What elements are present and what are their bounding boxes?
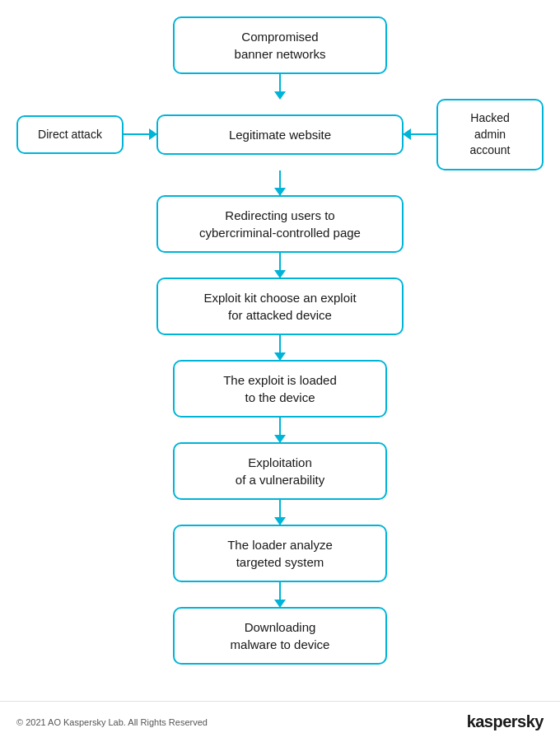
box-direct-attack: Direct attack [16, 115, 124, 155]
arrow-4 [279, 335, 281, 360]
label-exploit-loaded: The exploit is loadedto the device [223, 373, 337, 404]
box-hacked-admin: Hackedadmin account [436, 99, 544, 170]
label-hacked-admin: Hackedadmin account [469, 111, 510, 156]
box-loader-analyze: The loader analyzetargeted system [173, 525, 387, 582]
footer: © 2021 AO Kaspersky Lab. All Rights Rese… [0, 701, 560, 742]
label-legitimate-website: Legitimate website [229, 128, 331, 142]
arrow-3 [279, 253, 281, 278]
label-loader-analyze: The loader analyzetargeted system [227, 538, 333, 569]
box-legitimate-website: Legitimate website [156, 114, 404, 155]
arrow-7 [279, 582, 281, 607]
box-exploit-loaded: The exploit is loadedto the device [173, 360, 387, 418]
label-direct-attack: Direct attack [38, 128, 102, 141]
label-compromised-banner: Compromisedbanner networks [235, 30, 326, 61]
box-compromised-banner: Compromisedbanner networks [173, 16, 387, 74]
diagram-container: Compromisedbanner networks Direct attack… [0, 0, 560, 714]
arrow-5 [279, 418, 281, 442]
side-row: Direct attack Legitimate website Hackeda… [0, 99, 560, 170]
label-redirecting: Redirecting users tocybercriminal-contro… [199, 208, 361, 240]
box-exploit-kit: Exploit kit choose an exploitfor attacke… [156, 278, 404, 335]
arrow-2 [279, 170, 281, 195]
arrow-6 [279, 500, 281, 525]
arrow-hacked-to-legit [404, 133, 436, 135]
box-downloading-malware: Downloadingmalware to device [173, 607, 387, 665]
label-exploitation: Exploitationof a vulnerability [236, 455, 324, 487]
arrow-1 [279, 74, 281, 99]
arrow-direct-to-legit [124, 133, 156, 135]
label-downloading-malware: Downloadingmalware to device [231, 620, 330, 651]
box-redirecting: Redirecting users tocybercriminal-contro… [156, 195, 404, 253]
brand-name: kaspersky [467, 712, 544, 731]
label-exploit-kit: Exploit kit choose an exploitfor attacke… [203, 291, 356, 322]
copyright-text: © 2021 AO Kaspersky Lab. All Rights Rese… [16, 717, 208, 727]
box-exploitation: Exploitationof a vulnerability [173, 442, 387, 500]
